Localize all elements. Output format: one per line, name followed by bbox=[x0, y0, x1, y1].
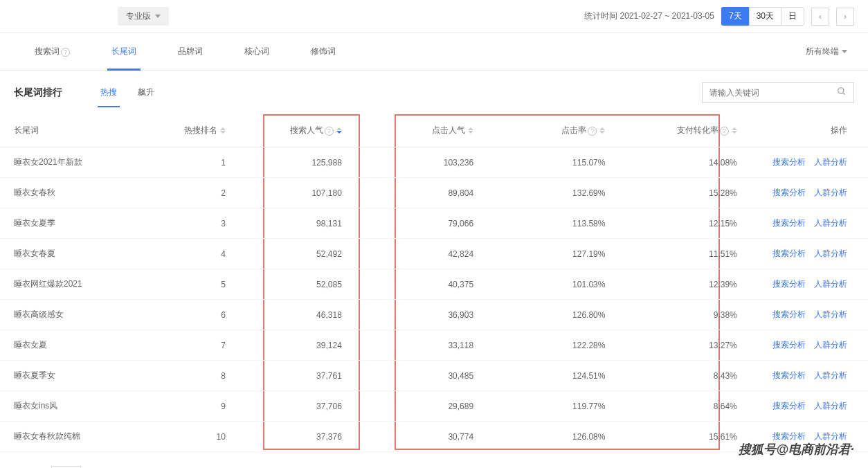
top-right: 统计时间 2021-02-27 ~ 2021-03-05 7天 30天 日 ‹ … bbox=[584, 7, 854, 26]
nav-tabs: 搜索词? 长尾词 品牌词 核心词 修饰词 所有终端 bbox=[0, 33, 868, 71]
action-crowd-analysis[interactable]: 人群分析 bbox=[814, 309, 847, 319]
subtab-rise[interactable]: 飙升 bbox=[127, 81, 165, 104]
cell-action: 搜索分析人群分析 bbox=[744, 300, 868, 330]
cell-rate: 124.51% bbox=[480, 361, 612, 391]
date-range-label: 统计时间 2021-02-27 ~ 2021-03-05 bbox=[584, 10, 714, 22]
cell-rank: 3 bbox=[140, 208, 233, 239]
time-btn-day[interactable]: 日 bbox=[781, 7, 804, 26]
time-btn-7d[interactable]: 7天 bbox=[721, 7, 749, 26]
sort-icon bbox=[336, 127, 342, 134]
cell-conversion: 15.61% bbox=[612, 422, 743, 452]
cell-conversion: 12.15% bbox=[612, 208, 743, 239]
action-search-analysis[interactable]: 搜索分析 bbox=[772, 249, 806, 258]
sort-icon bbox=[220, 127, 226, 134]
col-header-popularity[interactable]: 搜索人气? bbox=[233, 114, 349, 147]
action-search-analysis[interactable]: 搜索分析 bbox=[772, 309, 806, 319]
action-search-analysis[interactable]: 搜索分析 bbox=[772, 340, 806, 350]
cell-popularity: 39,124 bbox=[233, 330, 349, 361]
action-crowd-analysis[interactable]: 人群分析 bbox=[814, 218, 847, 228]
cell-word: 睡衣女春夏 bbox=[0, 239, 140, 269]
cell-word: 睡衣夏季女 bbox=[0, 361, 140, 391]
tab-longtail-word[interactable]: 长尾词 bbox=[91, 33, 157, 70]
action-crowd-analysis[interactable]: 人群分析 bbox=[814, 431, 847, 441]
tab-modifier-word[interactable]: 修饰词 bbox=[290, 33, 356, 70]
col-header-word: 长尾词 bbox=[0, 114, 140, 147]
table-row: 睡衣女2021年新款1125,988103,236115.07%14.08%搜索… bbox=[0, 147, 868, 178]
chevron-down-icon bbox=[842, 50, 847, 53]
cell-rate: 126.08% bbox=[480, 422, 612, 452]
action-crowd-analysis[interactable]: 人群分析 bbox=[814, 401, 847, 411]
table-row: 睡衣高级感女646,31836,903126.80%9.38%搜索分析人群分析 bbox=[0, 300, 868, 330]
action-search-analysis[interactable]: 搜索分析 bbox=[772, 157, 806, 167]
subtab-hot[interactable]: 热搜 bbox=[90, 81, 127, 104]
action-search-analysis[interactable]: 搜索分析 bbox=[772, 431, 806, 441]
sort-icon bbox=[732, 127, 737, 134]
cell-rank: 5 bbox=[140, 269, 233, 300]
cell-conversion: 8.64% bbox=[612, 391, 743, 422]
cell-click: 33,118 bbox=[349, 330, 480, 361]
action-crowd-analysis[interactable]: 人群分析 bbox=[814, 340, 847, 350]
svg-point-0 bbox=[838, 88, 844, 93]
cell-click: 29,689 bbox=[349, 391, 480, 422]
cell-popularity: 52,085 bbox=[233, 269, 349, 300]
cell-word: 睡衣女2021年新款 bbox=[0, 147, 140, 178]
col-header-click[interactable]: 点击人气 bbox=[349, 114, 480, 147]
action-crowd-analysis[interactable]: 人群分析 bbox=[814, 279, 847, 289]
tab-core-word[interactable]: 核心词 bbox=[224, 33, 290, 70]
tab-search-word[interactable]: 搜索词? bbox=[14, 33, 91, 70]
sort-icon bbox=[599, 127, 605, 134]
cell-action: 搜索分析人群分析 bbox=[744, 269, 868, 300]
action-search-analysis[interactable]: 搜索分析 bbox=[772, 218, 806, 228]
action-search-analysis[interactable]: 搜索分析 bbox=[772, 279, 806, 289]
sort-icon bbox=[468, 127, 473, 134]
help-icon[interactable]: ? bbox=[61, 48, 70, 57]
cell-rank: 1 bbox=[140, 147, 233, 178]
cell-conversion: 15.28% bbox=[612, 178, 743, 208]
terminal-select[interactable]: 所有终端 bbox=[806, 46, 854, 57]
cell-click: 42,824 bbox=[349, 239, 480, 269]
cell-rate: 127.19% bbox=[480, 239, 612, 269]
col-header-conversion[interactable]: 支付转化率? bbox=[612, 114, 743, 147]
col-header-rate[interactable]: 点击率? bbox=[480, 114, 612, 147]
help-icon[interactable]: ? bbox=[325, 127, 334, 136]
time-range-group: 7天 30天 日 bbox=[721, 7, 804, 26]
help-icon[interactable]: ? bbox=[588, 127, 597, 136]
cell-rank: 7 bbox=[140, 330, 233, 361]
cell-word: 睡衣女ins风 bbox=[0, 391, 140, 422]
version-select[interactable]: 专业版 bbox=[118, 7, 169, 26]
cell-word: 睡衣女夏季 bbox=[0, 208, 140, 239]
col-header-rank[interactable]: 热搜排名 bbox=[140, 114, 233, 147]
cell-word: 睡衣高级感女 bbox=[0, 300, 140, 330]
cell-conversion: 11.51% bbox=[612, 239, 743, 269]
table-row: 睡衣女夏739,12433,118122.28%13.27%搜索分析人群分析 bbox=[0, 330, 868, 361]
cell-word: 睡衣女春秋 bbox=[0, 178, 140, 208]
svg-line-1 bbox=[843, 93, 845, 95]
cell-action: 搜索分析人群分析 bbox=[744, 391, 868, 422]
action-crowd-analysis[interactable]: 人群分析 bbox=[814, 188, 847, 197]
action-search-analysis[interactable]: 搜索分析 bbox=[772, 188, 806, 197]
cell-rank: 9 bbox=[140, 391, 233, 422]
action-search-analysis[interactable]: 搜索分析 bbox=[772, 401, 806, 411]
prev-period-button[interactable]: ‹ bbox=[811, 8, 829, 26]
action-search-analysis[interactable]: 搜索分析 bbox=[772, 370, 806, 380]
cell-word: 睡衣女夏 bbox=[0, 330, 140, 361]
pagination: 每页显示 10 条 < 上一页 下一页 > 搜狐号@电商前沿君· bbox=[0, 452, 868, 468]
cell-click: 30,774 bbox=[349, 422, 480, 452]
search-icon[interactable] bbox=[830, 87, 853, 98]
cell-popularity: 37,706 bbox=[233, 391, 349, 422]
action-crowd-analysis[interactable]: 人群分析 bbox=[814, 249, 847, 258]
cell-popularity: 98,131 bbox=[233, 208, 349, 239]
cell-conversion: 9.38% bbox=[612, 300, 743, 330]
search-input[interactable] bbox=[703, 88, 830, 98]
cell-click: 40,375 bbox=[349, 269, 480, 300]
section-header: 长尾词排行 热搜 飙升 bbox=[0, 71, 868, 114]
action-crowd-analysis[interactable]: 人群分析 bbox=[814, 157, 847, 167]
action-crowd-analysis[interactable]: 人群分析 bbox=[814, 370, 847, 380]
version-label: 专业版 bbox=[126, 10, 151, 22]
cell-popularity: 107,180 bbox=[233, 178, 349, 208]
cell-popularity: 125,988 bbox=[233, 147, 349, 178]
tab-brand-word[interactable]: 品牌词 bbox=[157, 33, 224, 70]
time-btn-30d[interactable]: 30天 bbox=[749, 7, 781, 26]
help-icon[interactable]: ? bbox=[720, 127, 729, 136]
next-period-button[interactable]: › bbox=[836, 8, 854, 26]
